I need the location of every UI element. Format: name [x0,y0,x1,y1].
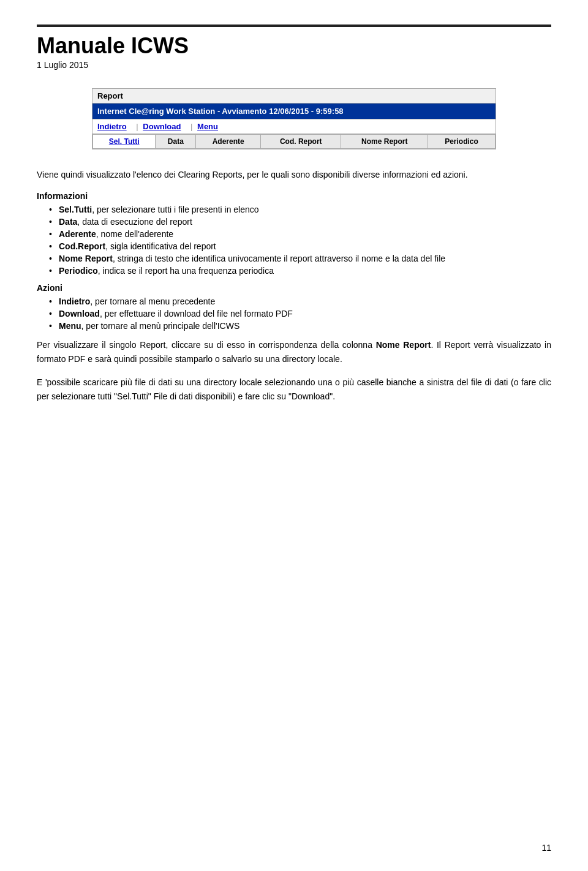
col-aderente: Aderente [196,135,261,149]
report-table: Sel. Tutti Data Aderente Cod. Report Nom… [92,134,496,149]
page-title: Manuale ICWS [37,33,551,59]
item-bold: Download [59,309,100,319]
paragraph2: E 'possibile scaricare più file di dati … [37,375,551,403]
list-item: Sel.Tutti, per selezionare tutti i file … [49,205,551,214]
nav-indietro[interactable]: Indietro [97,122,127,131]
informazioni-list: Sel.Tutti, per selezionare tutti i file … [37,205,551,276]
item-bold: Sel.Tutti [59,205,92,214]
list-item: Indietro, per tornare al menu precedente [49,296,551,306]
informazioni-title: Informazioni [37,191,551,201]
list-item: Cod.Report, sigla identificativa del rep… [49,241,551,251]
list-item: Periodico, indica se il report ha una fr… [49,266,551,276]
paragraph1: Per visualizzare il singolo Report, clic… [37,338,551,366]
item-bold: Indietro [59,296,90,306]
intro-text: Viene quindi visualizzato l'elenco dei C… [37,168,551,181]
item-bold: Periodico [59,266,98,276]
col-cod-report: Cod. Report [261,135,341,149]
item-bold: Menu [59,321,81,331]
page-subtitle: 1 Luglio 2015 [37,60,551,70]
nome-report-bold: Nome Report [376,340,431,350]
col-periodico: Periodico [428,135,496,149]
azioni-title: Azioni [37,283,551,293]
report-header: Report [92,89,496,104]
azioni-list: Indietro, per tornare al menu precedente… [37,296,551,331]
col-sel-tutti[interactable]: Sel. Tutti [93,135,156,149]
list-item: Data, data di esecuzione del report [49,217,551,227]
col-nome-report: Nome Report [341,135,428,149]
page-container: Manuale ICWS 1 Luglio 2015 Report Intern… [0,0,588,871]
nav-download[interactable]: Download [143,122,181,131]
report-box: Report Internet Cle@ring Work Station - … [92,88,496,149]
item-bold: Nome Report [59,254,113,263]
nav-menu[interactable]: Menu [197,122,218,131]
screenshot-wrapper: Report Internet Cle@ring Work Station - … [37,88,551,149]
report-title-bar: Internet Cle@ring Work Station - Avviame… [92,104,496,119]
top-bar-decoration [37,25,551,27]
item-bold: Aderente [59,229,96,239]
item-bold: Data [59,217,77,227]
col-data: Data [156,135,196,149]
list-item: Nome Report, stringa di testo che identi… [49,254,551,263]
item-bold: Cod.Report [59,241,105,251]
list-item: Download, per effettuare il download del… [49,309,551,319]
report-nav-bar: Indietro | Download | Menu [92,119,496,134]
list-item: Aderente, nome dell'aderente [49,229,551,239]
list-item: Menu, per tornare al menù principale del… [49,321,551,331]
page-number: 11 [541,843,551,853]
